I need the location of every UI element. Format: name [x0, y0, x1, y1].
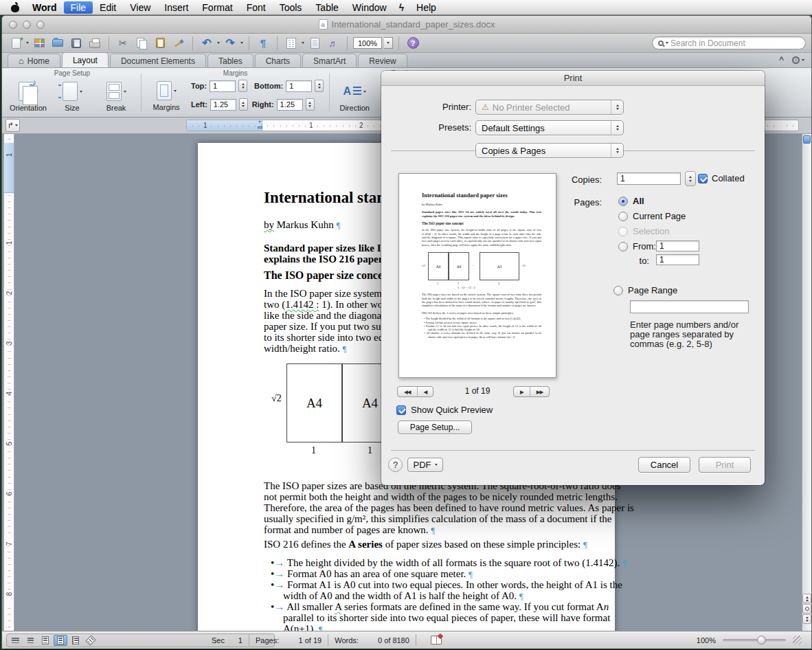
tab-layout[interactable]: Layout	[62, 52, 109, 67]
copy-button[interactable]	[133, 35, 150, 52]
collated-checkbox[interactable]: Collated	[698, 173, 745, 183]
show-formatting-button[interactable]: ¶	[255, 35, 271, 52]
print-layout-button[interactable]	[54, 635, 67, 646]
minimize-button[interactable]	[23, 21, 31, 29]
help-button[interactable]: ?	[405, 35, 421, 52]
pages-all-radio[interactable]: All	[618, 196, 644, 206]
select-browse-object-button[interactable]	[802, 604, 811, 614]
show-quick-preview-checkbox[interactable]: Show Quick Preview	[396, 405, 493, 415]
open-button[interactable]	[49, 35, 66, 52]
tab-home[interactable]: Home	[8, 54, 60, 67]
search-input[interactable]	[670, 38, 800, 48]
vertical-scrollbar[interactable]	[802, 134, 811, 631]
direction-button[interactable]: A Direction	[335, 79, 374, 112]
search-icon[interactable]	[658, 41, 664, 46]
gallery-button[interactable]	[31, 35, 47, 52]
pages-from-radio[interactable]: From:	[618, 241, 656, 251]
menu-font[interactable]: Font	[240, 1, 273, 14]
page-range-radio[interactable]: Page Range	[613, 285, 677, 295]
last-page-button[interactable]: ▶▶	[530, 387, 550, 396]
menu-format[interactable]: Format	[195, 1, 239, 14]
cut-button[interactable]	[115, 35, 131, 52]
size-button[interactable]: Size	[53, 79, 91, 112]
vertical-ruler[interactable]: 1 1 2 3 4 5 6 7 8	[3, 134, 14, 631]
script-menu-icon[interactable]: ϟ	[394, 2, 409, 13]
tab-smartart[interactable]: SmartArt	[302, 54, 357, 67]
search-options-icon[interactable]	[666, 42, 668, 44]
columns-layout-button[interactable]	[283, 35, 300, 52]
copies-input[interactable]: 1	[617, 172, 681, 185]
scrollbar-thumb[interactable]	[803, 135, 811, 144]
resize-grip[interactable]	[793, 636, 802, 645]
pdf-button[interactable]: PDF	[407, 458, 443, 472]
menu-insert[interactable]: Insert	[157, 1, 195, 14]
previous-page-button[interactable]: ◀	[417, 387, 433, 396]
checkbox-checked-icon[interactable]	[698, 174, 708, 183]
columns-dropdown-icon[interactable]	[302, 42, 304, 44]
menu-view[interactable]: View	[123, 1, 157, 14]
pages-value[interactable]: 1 of 19	[279, 636, 322, 645]
right-margin-stepper[interactable]	[306, 98, 315, 111]
tab-document-elements[interactable]: Document Elements	[110, 54, 206, 67]
menu-table[interactable]: Table	[308, 1, 345, 14]
new-document-dropdown-icon[interactable]	[26, 42, 29, 44]
top-margin-input[interactable]: 1	[210, 80, 236, 92]
next-page-button[interactable]	[802, 614, 811, 624]
document-map-button[interactable]	[306, 35, 323, 52]
right-margin-input[interactable]: 1.25	[277, 99, 303, 111]
from-input[interactable]: 1	[656, 240, 699, 251]
collapse-ribbon-icon[interactable]: ^	[779, 55, 784, 65]
notebook-layout-button[interactable]	[69, 635, 82, 646]
bottom-margin-stepper[interactable]	[315, 80, 324, 92]
orientation-button[interactable]: ⤾ Orientation	[9, 79, 47, 112]
first-page-button[interactable]: ◀◀	[398, 387, 417, 396]
new-document-button[interactable]: +	[8, 35, 24, 52]
tab-review[interactable]: Review	[358, 54, 407, 67]
pages-current-radio[interactable]: Current Page	[618, 211, 686, 221]
print-confirm-button[interactable]: Print	[699, 457, 751, 473]
print-button[interactable]	[87, 35, 103, 52]
menu-window[interactable]: Window	[346, 1, 394, 14]
zoom-value[interactable]: 100%	[353, 37, 382, 49]
left-margin-input[interactable]: 1.25	[210, 99, 236, 111]
close-button[interactable]	[9, 21, 17, 29]
format-painter-button[interactable]	[170, 35, 187, 52]
copies-stepper[interactable]	[685, 171, 696, 186]
top-margin-stepper[interactable]	[238, 80, 247, 92]
menu-file[interactable]: File	[64, 1, 93, 14]
tab-tables[interactable]: Tables	[207, 54, 253, 67]
printer-popup[interactable]: ⚠No Printer Selected	[475, 100, 624, 115]
page-setup-button[interactable]: Page Setup...	[398, 421, 472, 434]
zoom-dropdown[interactable]	[384, 37, 393, 49]
bottom-margin-input[interactable]: 1	[286, 80, 312, 92]
zoom-button[interactable]	[36, 21, 45, 29]
cancel-button[interactable]: Cancel	[638, 457, 690, 473]
ribbon-settings-button[interactable]	[792, 56, 804, 64]
save-button[interactable]	[68, 35, 84, 52]
draft-view-button[interactable]	[8, 635, 22, 646]
section-popup[interactable]: Copies & Pages	[475, 143, 624, 158]
undo-button[interactable]	[199, 35, 215, 52]
full-screen-button[interactable]	[84, 635, 98, 646]
left-indent-marker[interactable]	[258, 126, 262, 128]
tab-charts[interactable]: Charts	[255, 54, 301, 67]
publishing-layout-button[interactable]	[38, 635, 52, 646]
redo-dropdown-icon[interactable]	[240, 42, 243, 44]
left-margin-stepper[interactable]	[239, 98, 248, 111]
menu-help[interactable]: Help	[409, 1, 443, 14]
margins-button[interactable]: Margins	[147, 78, 185, 111]
previous-page-button[interactable]	[802, 594, 811, 603]
checkbox-checked-icon[interactable]	[396, 405, 406, 415]
presets-popup[interactable]: Default Settings	[475, 120, 624, 135]
page-range-input[interactable]	[630, 300, 749, 313]
zoom-slider[interactable]	[723, 639, 786, 642]
menu-word[interactable]: Word	[25, 1, 64, 14]
outline-view-button[interactable]	[23, 635, 37, 646]
menu-tools[interactable]: Tools	[273, 1, 309, 14]
spelling-grammar-icon[interactable]	[431, 636, 442, 645]
media-browser-button[interactable]	[325, 35, 341, 52]
next-page-button[interactable]: ▶	[514, 387, 530, 396]
redo-button[interactable]	[222, 35, 238, 52]
dialog-help-button[interactable]: ?	[388, 458, 403, 472]
first-line-indent-marker[interactable]	[258, 121, 261, 123]
